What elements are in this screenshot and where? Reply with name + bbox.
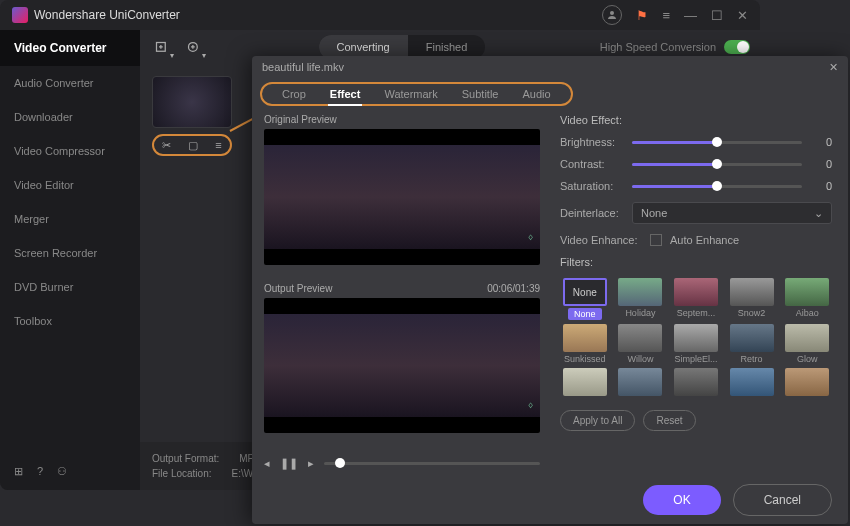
brightness-value: 0 bbox=[812, 136, 832, 148]
original-preview-label: Original Preview bbox=[264, 114, 337, 125]
sidebar-item-downloader[interactable]: Downloader bbox=[0, 100, 140, 134]
editor-filename: beautiful life.mkv bbox=[262, 61, 344, 73]
deinterlace-label: Deinterlace: bbox=[560, 207, 622, 219]
chevron-down-icon: ⌄ bbox=[814, 207, 823, 220]
output-preview-label: Output Preview bbox=[264, 283, 332, 294]
sidebar: Video Converter Audio Converter Download… bbox=[0, 30, 140, 490]
svg-point-0 bbox=[610, 11, 614, 15]
clip-tools-annotation: ✂ ▢ ≡ bbox=[152, 134, 232, 156]
user-avatar-icon[interactable] bbox=[602, 5, 622, 25]
deinterlace-select[interactable]: None⌄ bbox=[632, 202, 832, 224]
auto-enhance-checkbox[interactable] bbox=[650, 234, 662, 246]
sidebar-item-video-editor[interactable]: Video Editor bbox=[0, 168, 140, 202]
file-location-label: File Location: bbox=[152, 468, 211, 479]
crop-icon[interactable]: ▢ bbox=[188, 139, 198, 152]
filter-willow[interactable] bbox=[618, 324, 662, 352]
next-icon[interactable]: ▸ bbox=[308, 457, 314, 470]
seek-bar[interactable] bbox=[324, 462, 540, 465]
book-icon[interactable]: ⊞ bbox=[14, 465, 23, 478]
editor-tabs-annotation: Crop Effect Watermark Subtitle Audio bbox=[260, 82, 573, 106]
filter-extra3[interactable] bbox=[674, 368, 718, 396]
trim-icon[interactable]: ✂ bbox=[162, 139, 171, 152]
sidebar-item-video-converter[interactable]: Video Converter bbox=[0, 30, 140, 66]
filter-snow2[interactable] bbox=[730, 278, 774, 306]
high-speed-label: High Speed Conversion bbox=[600, 41, 716, 53]
sidebar-item-audio-converter[interactable]: Audio Converter bbox=[0, 66, 140, 100]
saturation-value: 0 bbox=[812, 180, 832, 192]
add-file-button[interactable]: ▾ bbox=[150, 36, 172, 58]
app-logo-icon bbox=[12, 7, 28, 23]
high-speed-toggle[interactable] bbox=[724, 40, 750, 54]
app-title: Wondershare UniConverter bbox=[34, 8, 180, 22]
filter-retro[interactable] bbox=[730, 324, 774, 352]
contrast-slider[interactable] bbox=[632, 163, 802, 166]
output-preview: ⬨ bbox=[264, 298, 540, 434]
watermark-icon: ⬨ bbox=[527, 229, 534, 243]
cancel-button[interactable]: Cancel bbox=[733, 484, 832, 516]
contrast-value: 0 bbox=[812, 158, 832, 170]
help-icon[interactable]: ? bbox=[37, 465, 43, 478]
pause-icon[interactable]: ❚❚ bbox=[280, 457, 298, 470]
filters-grid: NoneNone Holiday Septem... Snow2 Aibao S… bbox=[560, 278, 832, 396]
account-icon[interactable]: ⚇ bbox=[57, 465, 67, 478]
settings-icon[interactable]: ≡ bbox=[215, 139, 221, 151]
filter-holiday[interactable] bbox=[618, 278, 662, 306]
reset-button[interactable]: Reset bbox=[643, 410, 695, 431]
editor-tab-effect[interactable]: Effect bbox=[318, 84, 373, 104]
video-enhance-label: Video Enhance: bbox=[560, 234, 640, 246]
filters-heading: Filters: bbox=[560, 256, 832, 268]
watermark-icon: ⬨ bbox=[527, 397, 534, 411]
apply-to-all-button[interactable]: Apply to All bbox=[560, 410, 635, 431]
minimize-icon[interactable]: — bbox=[684, 8, 697, 23]
output-format-label: Output Format: bbox=[152, 453, 219, 464]
add-folder-button[interactable]: ▾ bbox=[182, 36, 204, 58]
clip-thumbnail[interactable] bbox=[152, 76, 232, 128]
filter-sunkissed[interactable] bbox=[563, 324, 607, 352]
filter-simpleelegant[interactable] bbox=[674, 324, 718, 352]
sidebar-item-video-compressor[interactable]: Video Compressor bbox=[0, 134, 140, 168]
auto-enhance-label: Auto Enhance bbox=[670, 234, 739, 246]
close-icon[interactable]: ✕ bbox=[737, 8, 748, 23]
editor-close-icon[interactable]: ✕ bbox=[829, 61, 838, 74]
original-preview: ⬨ bbox=[264, 129, 540, 265]
filter-aibao[interactable] bbox=[785, 278, 829, 306]
video-effect-heading: Video Effect: bbox=[560, 114, 832, 126]
editor-tab-audio[interactable]: Audio bbox=[510, 84, 562, 104]
ok-button[interactable]: OK bbox=[643, 485, 720, 515]
saturation-slider[interactable] bbox=[632, 185, 802, 188]
maximize-icon[interactable]: ☐ bbox=[711, 8, 723, 23]
file-location-value[interactable]: E:\W bbox=[231, 468, 253, 479]
editor-modal: beautiful life.mkv ✕ Crop Effect Waterma… bbox=[252, 56, 848, 524]
time-display: 00:06/01:39 bbox=[487, 283, 540, 294]
editor-tab-subtitle[interactable]: Subtitle bbox=[450, 84, 511, 104]
editor-tab-crop[interactable]: Crop bbox=[270, 84, 318, 104]
filter-september[interactable] bbox=[674, 278, 718, 306]
brightness-slider[interactable] bbox=[632, 141, 802, 144]
titlebar: Wondershare UniConverter ⚑ ≡ — ☐ ✕ bbox=[0, 0, 760, 30]
brightness-label: Brightness: bbox=[560, 136, 622, 148]
filter-glow[interactable] bbox=[785, 324, 829, 352]
saturation-label: Saturation: bbox=[560, 180, 622, 192]
filter-extra1[interactable] bbox=[563, 368, 607, 396]
sidebar-item-toolbox[interactable]: Toolbox bbox=[0, 304, 140, 338]
filter-extra4[interactable] bbox=[730, 368, 774, 396]
filter-extra5[interactable] bbox=[785, 368, 829, 396]
sidebar-item-screen-recorder[interactable]: Screen Recorder bbox=[0, 236, 140, 270]
menu-icon[interactable]: ≡ bbox=[662, 8, 670, 23]
prev-icon[interactable]: ◂ bbox=[264, 457, 270, 470]
editor-tab-watermark[interactable]: Watermark bbox=[372, 84, 449, 104]
sidebar-item-dvd-burner[interactable]: DVD Burner bbox=[0, 270, 140, 304]
sidebar-item-merger[interactable]: Merger bbox=[0, 202, 140, 236]
gift-icon[interactable]: ⚑ bbox=[636, 8, 648, 23]
contrast-label: Contrast: bbox=[560, 158, 622, 170]
filter-none[interactable]: None bbox=[563, 278, 607, 306]
filter-extra2[interactable] bbox=[618, 368, 662, 396]
